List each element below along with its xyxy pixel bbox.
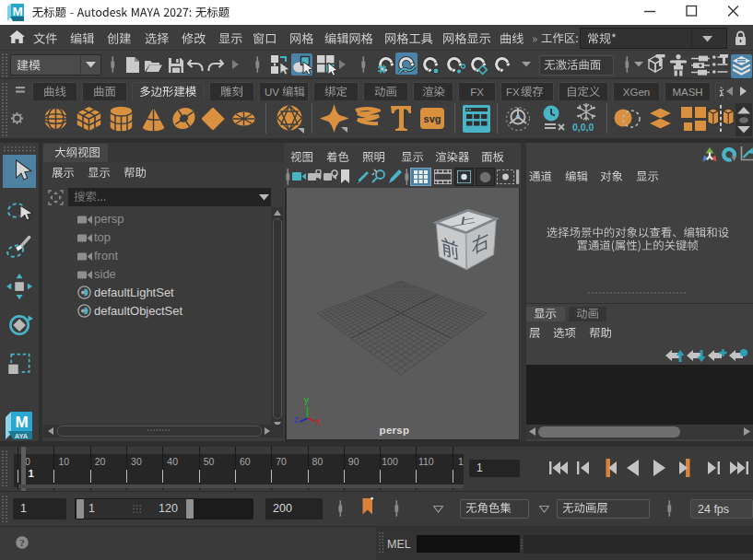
svg-text:z: z bbox=[294, 414, 299, 425]
svg-text:x: x bbox=[316, 416, 321, 426]
svg-text:?: ? bbox=[19, 537, 25, 548]
svg-text:y: y bbox=[304, 395, 309, 405]
